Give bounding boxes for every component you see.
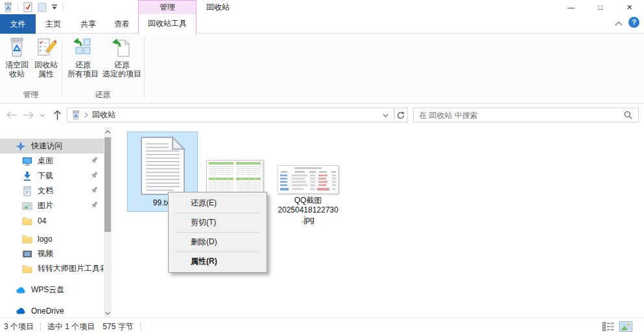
restore-all-items-button[interactable]: 还原 所有项目: [64, 37, 102, 78]
sidebar-item-pictures[interactable]: 图片: [0, 198, 104, 213]
recycle-bin-icon: [71, 110, 80, 120]
help-icon[interactable]: ?: [628, 17, 639, 28]
breadcrumb: 回收站: [71, 110, 115, 121]
scrollbar-thumb[interactable]: [104, 137, 111, 232]
empty-recycle-bin-icon: [3, 37, 31, 60]
contextual-tab-header[interactable]: 管理: [138, 0, 197, 14]
address-bar[interactable]: 回收站: [67, 108, 394, 122]
group-label-manage: 管理: [0, 90, 62, 99]
forward-icon[interactable]: [23, 111, 34, 119]
properties-check-icon[interactable]: [23, 2, 33, 12]
back-icon[interactable]: [6, 111, 18, 119]
tab-view[interactable]: 查看: [106, 14, 137, 34]
file-item-spreadsheet-image[interactable]: [206, 160, 263, 196]
recycle-bin-properties-icon: [31, 37, 61, 60]
close-button[interactable]: ✕: [615, 0, 644, 14]
group-divider: [62, 36, 62, 98]
new-item-icon[interactable]: [38, 3, 47, 12]
pictures-icon: [22, 201, 32, 211]
folder-icon: [22, 234, 32, 244]
restore-selected-items-icon: [102, 37, 141, 60]
selection-count: 选中 1 个项目: [47, 321, 95, 332]
tab-recycle-bin-tools[interactable]: 回收站工具: [138, 14, 197, 34]
menu-item-properties[interactable]: 属性(R): [169, 252, 267, 271]
minimize-button[interactable]: —: [556, 0, 586, 14]
status-separator: [140, 323, 141, 331]
image-thumbnail: [278, 165, 339, 194]
sidebar-item-zhuanzhuan-toolbox[interactable]: 转转大师图片工具箱: [0, 261, 104, 276]
text-document-icon: [140, 136, 185, 196]
collapse-ribbon-icon[interactable]: [615, 21, 623, 27]
sidebar-item-wps-cloud[interactable]: WPS云盘: [0, 283, 104, 297]
menu-item-delete[interactable]: 删除(D): [169, 233, 267, 251]
main-area: 快速访问 桌面 下载 文档 图片: [0, 127, 644, 318]
maximize-button[interactable]: □: [586, 0, 615, 14]
quick-access-toolbar: [3, 1, 63, 13]
thumbnail-view-icon[interactable]: [619, 321, 632, 332]
sidebar-item-onedrive[interactable]: OneDrive: [0, 303, 104, 318]
group-label-restore: 还原: [62, 90, 144, 99]
navigation-bar: 回收站: [0, 104, 644, 127]
window-controls: — □ ✕: [556, 0, 644, 14]
context-menu: 还原(E) 剪切(T) 删除(D) 属性(R): [168, 192, 267, 273]
group-divider: [144, 36, 145, 98]
file-name: QQ截图 20250418122730 .jpg: [266, 196, 350, 225]
breadcrumb-chevron-icon: [84, 112, 88, 118]
address-dropdown-chevron-icon[interactable]: [383, 113, 388, 117]
quick-access-star-icon: [16, 141, 26, 152]
scroll-up-icon[interactable]: [104, 127, 112, 136]
customize-quick-access-dropdown-icon[interactable]: [51, 4, 58, 10]
folder-icon: [22, 216, 32, 226]
up-icon[interactable]: [53, 110, 62, 121]
downloads-icon: [22, 171, 32, 181]
pin-icon[interactable]: [89, 156, 99, 165]
refresh-button[interactable]: [394, 108, 408, 122]
search-input[interactable]: [414, 111, 624, 120]
ribbon: 清空回 收站 回收站 属性 还原 所有项目 还原 选定的项目 管理 还原: [0, 34, 644, 104]
status-bar: 3 个项目 选中 1 个项目 575 字节: [0, 318, 644, 335]
selection-size: 575 字节: [102, 321, 133, 332]
tab-share[interactable]: 共享: [71, 14, 105, 34]
status-separator: [40, 323, 41, 331]
tab-home[interactable]: 主页: [37, 14, 69, 34]
pin-icon[interactable]: [89, 201, 99, 210]
sidebar-item-quick-access[interactable]: 快速访问: [0, 139, 104, 154]
desktop-icon: [22, 156, 32, 167]
breadcrumb-root[interactable]: 回收站: [92, 110, 115, 121]
pin-icon[interactable]: [89, 171, 99, 180]
recycle-bin-properties-button[interactable]: 回收站 属性: [31, 37, 61, 78]
sidebar-scrollbar[interactable]: [104, 127, 112, 318]
sidebar-item-documents[interactable]: 文档: [0, 183, 104, 198]
menu-item-cut[interactable]: 剪切(T): [169, 213, 267, 232]
window-title: 回收站: [206, 0, 230, 14]
sidebar-item-desktop[interactable]: 桌面: [0, 154, 104, 168]
spreadsheet-thumbnail: [206, 160, 263, 196]
file-item-qq-screenshot[interactable]: [278, 165, 339, 194]
wps-cloud-icon: [16, 285, 26, 295]
scroll-down-icon[interactable]: [104, 308, 112, 318]
recent-locations-chevron-icon[interactable]: [40, 113, 45, 117]
sidebar-item-videos[interactable]: 视频: [0, 246, 104, 261]
tab-file[interactable]: 文件: [0, 14, 36, 34]
documents-icon: [22, 186, 32, 196]
restore-all-items-icon: [64, 37, 102, 60]
folder-icon: [22, 264, 32, 274]
toolbar-separator: [62, 3, 63, 12]
recycle-bin-icon: [3, 2, 13, 12]
sidebar-item-logo[interactable]: logo: [0, 231, 104, 246]
empty-recycle-bin-button[interactable]: 清空回 收站: [3, 37, 31, 78]
pin-icon[interactable]: [89, 186, 99, 195]
sidebar-item-04[interactable]: 04: [0, 213, 104, 228]
sidebar-item-downloads[interactable]: 下载: [0, 168, 104, 183]
toolbar-separator: [18, 3, 18, 12]
search-icon[interactable]: [624, 111, 632, 119]
menu-item-restore[interactable]: 还原(E): [169, 194, 267, 213]
item-count: 3 个项目: [4, 321, 34, 332]
onedrive-cloud-icon: [16, 306, 26, 316]
restore-selected-items-button[interactable]: 还原 选定的项目: [102, 37, 141, 78]
videos-icon: [22, 249, 32, 259]
details-view-icon[interactable]: [602, 322, 614, 331]
title-bar: 管理 回收站 — □ ✕: [0, 0, 644, 14]
refresh-icon: [397, 111, 405, 119]
search-box[interactable]: [413, 108, 639, 122]
